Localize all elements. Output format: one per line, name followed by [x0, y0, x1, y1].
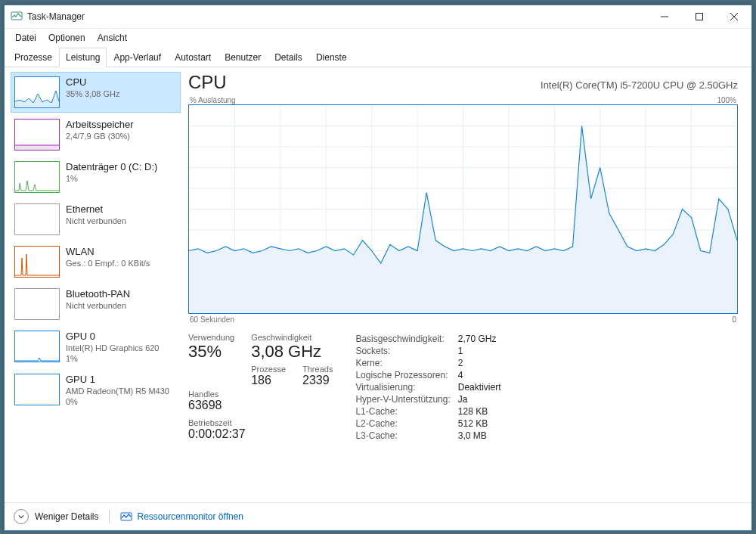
sidebar-thumbnail: [14, 331, 60, 362]
info-value: 1: [458, 345, 509, 357]
usage-value: 35%: [188, 342, 234, 362]
cpu-pane: CPU Intel(R) Core(TM) i5-7200U CPU @ 2.5…: [181, 67, 751, 503]
sidebar-item-wlan[interactable]: WLANGes.: 0 Empf.: 0 KBit/s: [11, 241, 181, 282]
info-value: 128 KB: [458, 405, 509, 418]
threads-value: 2339: [302, 374, 333, 387]
handles-value: 63698: [188, 399, 234, 412]
chart-y-label: % Auslastung: [190, 96, 236, 104]
sidebar-item-subtitle: Nicht verbunden: [66, 216, 126, 225]
resource-monitor-icon: [120, 511, 132, 523]
info-key: L2-Cache:: [355, 418, 457, 430]
sidebar-thumbnail: [14, 161, 60, 193]
menu-ansicht[interactable]: Ansicht: [93, 30, 132, 45]
menu-optionen[interactable]: Optionen: [44, 30, 90, 45]
sidebar-item-subtitle: Nicht verbunden: [66, 301, 130, 310]
chart-x-left: 60 Sekunden: [190, 315, 234, 324]
tab-prozesse[interactable]: Prozesse: [8, 48, 59, 67]
sidebar-item-title: Datenträger 0 (C: D:): [66, 161, 157, 172]
info-value: 2: [458, 357, 509, 369]
sidebar-thumbnail: [14, 76, 60, 108]
open-resource-monitor-link[interactable]: Ressourcenmonitor öffnen: [120, 511, 243, 523]
svg-marker-5: [15, 91, 59, 107]
minimize-button[interactable]: [647, 5, 682, 28]
sidebar-item-subtitle: 1%: [66, 174, 157, 183]
info-key: Logische Prozessoren:: [355, 369, 457, 381]
sidebar-thumbnail: [14, 374, 60, 405]
tab-autostart[interactable]: Autostart: [168, 48, 218, 67]
menu-datei[interactable]: Datei: [11, 30, 41, 45]
info-key: Kerne:: [355, 357, 457, 369]
info-value: 512 KB: [458, 418, 509, 430]
processes-value: 186: [251, 374, 286, 387]
info-key: Hyper-V-Unterstützung:: [355, 393, 457, 405]
fewer-details-button[interactable]: Weniger Details: [14, 509, 98, 524]
sidebar-item-title: CPU: [66, 76, 120, 88]
sidebar-thumbnail: [14, 288, 60, 320]
cpu-utilization-chart: [188, 104, 738, 314]
menu-bar: DateiOptionenAnsicht: [5, 29, 751, 47]
tab-benutzer[interactable]: Benutzer: [218, 48, 268, 67]
sidebar-item-subtitle: 35% 3,08 GHz: [66, 89, 120, 98]
sidebar-item-title: GPU 0: [66, 331, 160, 342]
sidebar-item-datentr-ger-0-c-d-[interactable]: Datenträger 0 (C: D:)1%: [11, 157, 181, 197]
sidebar-item-title: Bluetooth-PAN: [66, 288, 130, 300]
speed-label: Geschwindigkeit: [251, 333, 333, 342]
pane-title: CPU: [188, 72, 227, 93]
info-key: L3-Cache:: [355, 430, 457, 442]
uptime-label: Betriebszeit: [188, 418, 333, 427]
tab-app-verlauf[interactable]: App-Verlauf: [107, 48, 168, 67]
info-value: Deaktiviert: [458, 381, 509, 393]
svg-rect-6: [15, 145, 59, 150]
close-button[interactable]: [717, 5, 751, 28]
sidebar-item-subtitle: Intel(R) HD Graphics 620: [66, 343, 160, 352]
sidebar-item-subtitle2: 1%: [66, 354, 160, 363]
chart-x-right: 0: [732, 315, 736, 324]
sidebar-item-subtitle: AMD Radeon(TM) R5 M430: [66, 387, 169, 396]
titlebar: Task-Manager: [5, 5, 751, 29]
maximize-button[interactable]: [682, 5, 717, 28]
cpu-stats-detail: Basisgeschwindigkeit:2,70 GHzSockets:1Ke…: [355, 333, 508, 442]
sidebar-item-subtitle2: 0%: [66, 397, 169, 406]
sidebar-item-title: Arbeitsspeicher: [66, 119, 134, 130]
sidebar-item-cpu[interactable]: CPU35% 3,08 GHz: [11, 72, 181, 113]
cpu-model: Intel(R) Core(TM) i5-7200U CPU @ 2.50GHz: [541, 79, 738, 91]
sidebar-item-bluetooth-pan[interactable]: Bluetooth-PANNicht verbunden: [11, 284, 181, 324]
threads-label: Threads: [302, 365, 333, 374]
info-value: 2,70 GHz: [458, 333, 509, 345]
uptime-value: 0:00:02:37: [188, 427, 333, 441]
info-key: Sockets:: [355, 345, 457, 357]
speed-value: 3,08 GHz: [251, 342, 333, 362]
sidebar-item-gpu-0[interactable]: GPU 0Intel(R) HD Graphics 6201%: [11, 326, 181, 368]
handles-label: Handles: [188, 390, 234, 399]
sidebar-item-gpu-1[interactable]: GPU 1AMD Radeon(TM) R5 M4300%: [11, 369, 181, 411]
info-key: Basisgeschwindigkeit:: [355, 333, 457, 345]
sidebar-item-title: GPU 1: [66, 374, 169, 385]
task-manager-window: Task-Manager DateiOptionenAnsicht Prozes…: [4, 5, 752, 531]
separator: [109, 510, 110, 523]
chevron-up-icon: [14, 509, 29, 524]
sidebar-item-subtitle: 2,4/7,9 GB (30%): [66, 132, 134, 141]
processes-label: Prozesse: [251, 365, 286, 374]
sidebar-thumbnail: [14, 119, 60, 151]
info-value: 4: [458, 369, 509, 381]
sidebar-item-title: WLAN: [66, 246, 150, 257]
cpu-stats-primary: Verwendung 35% Geschwindigkeit 3,08 GHz …: [188, 333, 333, 442]
info-key: L1-Cache:: [355, 405, 457, 418]
usage-label: Verwendung: [188, 333, 234, 342]
chart-y-max: 100%: [717, 96, 736, 104]
window-title: Task-Manager: [27, 11, 85, 22]
tab-dienste[interactable]: Dienste: [309, 48, 354, 67]
app-icon: [11, 10, 27, 24]
info-key: Virtualisierung:: [355, 381, 457, 393]
svg-rect-2: [696, 14, 703, 20]
performance-sidebar: CPU35% 3,08 GHzArbeitsspeicher2,4/7,9 GB…: [5, 67, 181, 503]
footer-bar: Weniger Details Ressourcenmonitor öffnen: [5, 502, 751, 530]
info-value: 3,0 MB: [458, 430, 509, 442]
sidebar-item-ethernet[interactable]: EthernetNicht verbunden: [11, 199, 181, 240]
tab-leistung[interactable]: Leistung: [59, 48, 107, 67]
sidebar-thumbnail: [14, 246, 60, 278]
tab-details[interactable]: Details: [268, 48, 309, 67]
sidebar-thumbnail: [14, 203, 60, 235]
sidebar-item-arbeitsspeicher[interactable]: Arbeitsspeicher2,4/7,9 GB (30%): [11, 114, 181, 155]
sidebar-item-title: Ethernet: [66, 203, 126, 215]
